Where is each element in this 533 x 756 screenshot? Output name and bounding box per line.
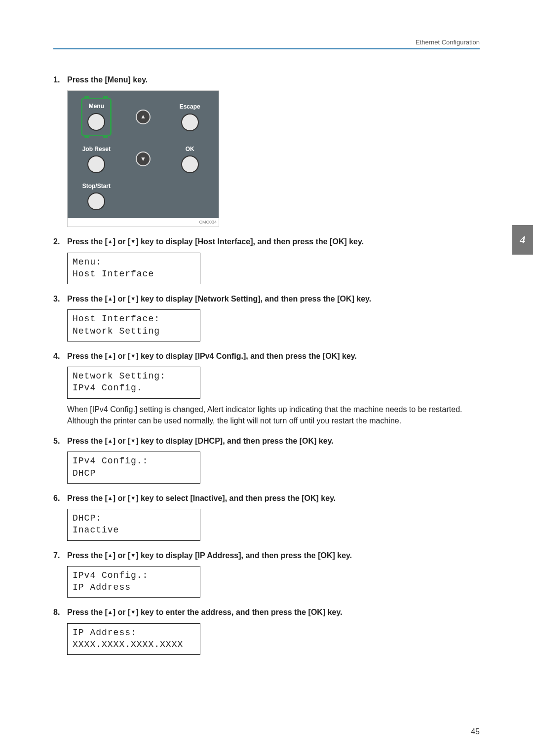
job-reset-label: Job Reset	[82, 145, 111, 153]
step-number: 5.	[53, 435, 67, 447]
escape-button[interactable]	[181, 113, 199, 131]
page-number: 45	[471, 727, 480, 736]
step-7-text: Press the [▲] or [▼] key to display [IP …	[67, 550, 352, 561]
lcd-display: IPv4 Config.: DHCP	[67, 452, 200, 484]
lcd-line: IP Address	[73, 581, 195, 593]
lcd-line: Inactive	[73, 524, 195, 536]
step-number: 3.	[53, 293, 67, 304]
step-4-note: When [IPv4 Config.] setting is changed, …	[67, 404, 480, 426]
menu-button[interactable]	[87, 113, 105, 131]
step-number: 2.	[53, 236, 67, 247]
down-arrow-button[interactable]: ▼	[136, 151, 151, 166]
lcd-display: DHCP: Inactive	[67, 509, 200, 541]
lcd-line: XXXX.XXXX.XXXX.XXXX	[73, 639, 195, 650]
lcd-line: IPv4 Config.:	[73, 569, 195, 581]
step-3-text: Press the [▲] or [▼] key to display [Net…	[67, 293, 371, 304]
step-number: 6.	[53, 492, 67, 504]
lcd-line: IP Address:	[73, 627, 195, 639]
job-reset-button[interactable]	[87, 155, 105, 173]
menu-label: Menu	[89, 102, 104, 111]
ok-button[interactable]	[181, 155, 199, 173]
escape-label: Escape	[180, 103, 200, 111]
up-triangle-icon: ▲	[108, 438, 113, 444]
step-4-text: Press the [▲] or [▼] key to display [IPv…	[67, 350, 357, 362]
up-triangle-icon: ▲	[108, 296, 113, 302]
ok-label: OK	[186, 145, 194, 153]
lcd-display: Menu: Host Interface	[67, 253, 200, 285]
step-6-text: Press the [▲] or [▼] key to select [Inac…	[67, 492, 336, 504]
down-triangle-icon: ▼	[130, 438, 136, 444]
down-triangle-icon: ▼	[130, 238, 136, 244]
step-8-text: Press the [▲] or [▼] key to enter the ad…	[67, 606, 343, 618]
figure-caption: CMC034	[68, 218, 219, 227]
chapter-tab: 4	[512, 225, 533, 255]
up-triangle-icon: ▲	[108, 552, 113, 558]
step-number: 4.	[53, 350, 67, 362]
lcd-display: IP Address: XXXX.XXXX.XXXX.XXXX	[67, 623, 200, 655]
step-number: 7.	[53, 550, 67, 561]
up-triangle-icon: ▲	[108, 238, 113, 244]
lcd-line: Host Interface:	[73, 313, 195, 325]
menu-button-highlight: Menu	[81, 98, 112, 136]
header-rule	[53, 48, 480, 49]
down-triangle-icon: ▼	[130, 296, 136, 302]
lcd-line: Host Interface	[73, 268, 195, 280]
lcd-line: IPv4 Config.:	[73, 455, 195, 467]
lcd-line: DHCP:	[73, 512, 195, 524]
lcd-line: Network Setting:	[73, 370, 195, 382]
down-triangle-icon: ▼	[130, 609, 136, 615]
header-section: Ethernet Configuration	[416, 38, 480, 46]
lcd-display: IPv4 Config.: IP Address	[67, 566, 200, 598]
lcd-line: Network Setting	[73, 325, 195, 337]
stop-start-label: Stop/Start	[82, 182, 111, 190]
up-arrow-button[interactable]: ▲	[136, 110, 151, 124]
step-5-text: Press the [▲] or [▼] key to display [DHC…	[67, 435, 334, 447]
control-panel-figure: Menu ▲ Escape	[67, 90, 219, 227]
lcd-display: Host Interface: Network Setting	[67, 309, 200, 341]
step-1-text: Press the [Menu] key.	[67, 74, 148, 85]
step-number: 1.	[53, 74, 67, 85]
lcd-line: DHCP	[73, 467, 195, 479]
up-triangle-icon: ▲	[108, 353, 113, 359]
step-number: 8.	[53, 606, 67, 618]
lcd-line: Menu:	[73, 256, 195, 268]
stop-start-button[interactable]	[87, 192, 105, 210]
step-2-text: Press the [▲] or [▼] key to display [Hos…	[67, 236, 364, 247]
lcd-line: IPv4 Config.	[73, 382, 195, 394]
down-triangle-icon: ▼	[130, 495, 136, 501]
lcd-display: Network Setting: IPv4 Config.	[67, 367, 200, 399]
down-triangle-icon: ▼	[130, 353, 136, 359]
down-triangle-icon: ▼	[130, 552, 136, 558]
up-triangle-icon: ▲	[108, 495, 113, 501]
up-triangle-icon: ▲	[108, 609, 113, 615]
